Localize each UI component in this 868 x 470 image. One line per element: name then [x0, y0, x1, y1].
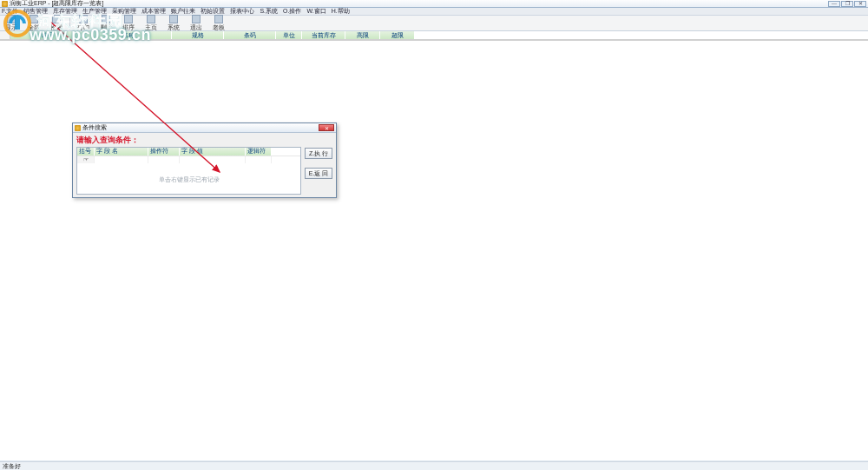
- dialog-close-button[interactable]: ✕: [319, 124, 334, 131]
- sort-icon: [124, 15, 133, 23]
- tool-all[interactable]: 全部: [24, 15, 43, 32]
- search-icon: [52, 15, 61, 23]
- table-row[interactable]: ☞: [77, 156, 300, 163]
- menu-system[interactable]: S.系统: [260, 7, 278, 16]
- tool-search[interactable]: 检索: [47, 15, 66, 32]
- print-icon: [79, 15, 88, 23]
- criteria-table[interactable]: 括号字 段 名操作符字 段 值逻辑符 ☞ 单击右键显示已有记录: [76, 147, 301, 195]
- maximize-button[interactable]: ❐: [841, 1, 853, 7]
- dialog-title: 条件搜索: [82, 123, 107, 132]
- minimize-button[interactable]: —: [828, 1, 840, 7]
- grid-col-1[interactable]: 名称: [85, 31, 172, 39]
- grid-col-4[interactable]: 单位: [276, 31, 302, 39]
- toolbar-separator: [69, 17, 70, 30]
- tool-delete[interactable]: 删除: [96, 15, 115, 32]
- all-icon: [30, 15, 38, 23]
- menu-help[interactable]: H.帮助: [332, 7, 350, 16]
- grid-col-0[interactable]: 编号: [10, 31, 85, 39]
- grid-col-6[interactable]: 高限: [345, 31, 380, 39]
- boss-icon: [214, 15, 223, 23]
- grid-col-7[interactable]: 超限: [380, 31, 415, 39]
- row-handle: [0, 31, 10, 39]
- tool-boss[interactable]: 老板: [209, 15, 228, 32]
- row-indicator: ☞: [77, 156, 95, 163]
- dialog-icon: [75, 125, 81, 131]
- close-button[interactable]: ✕: [854, 1, 866, 7]
- grid-col-3[interactable]: 条码: [224, 31, 276, 39]
- execute-button[interactable]: Z.执 行: [305, 148, 332, 159]
- menu-report[interactable]: 报表中心: [230, 7, 254, 16]
- menu-window[interactable]: W.窗口: [306, 7, 326, 16]
- home-icon: [147, 15, 155, 23]
- dialog-title-bar[interactable]: 条件搜索 ✕: [73, 123, 336, 133]
- toolbar: 显示 全部 检索 打印 删除 排序 主页 系统 退出 老板: [0, 16, 868, 31]
- tool-exit[interactable]: 退出: [187, 15, 206, 32]
- dialog-prompt: 请输入查询条件：: [73, 133, 336, 147]
- system-icon: [169, 15, 178, 23]
- grid-col-2[interactable]: 规格: [172, 31, 224, 39]
- criteria-col-2[interactable]: 操作符: [148, 148, 180, 156]
- show-icon: [7, 15, 16, 23]
- grid-header: 编号名称规格条码单位当前库存高限超限: [0, 31, 868, 40]
- back-button[interactable]: E.返 回: [305, 168, 332, 179]
- app-icon: [2, 1, 8, 7]
- menu-operate[interactable]: O.操作: [283, 7, 301, 16]
- criteria-col-3[interactable]: 字 段 值: [180, 148, 246, 156]
- exit-icon: [192, 15, 201, 23]
- criteria-col-4[interactable]: 逻辑符: [246, 148, 272, 156]
- tool-home[interactable]: 主页: [141, 15, 161, 32]
- status-text: 准备好: [3, 462, 21, 471]
- status-bar: 准备好: [0, 461, 868, 470]
- cell-field[interactable]: [95, 156, 148, 163]
- cell-operator[interactable]: [148, 156, 180, 163]
- tool-system[interactable]: 系统: [164, 15, 183, 32]
- tool-show[interactable]: 显示: [2, 15, 21, 32]
- grid-col-5[interactable]: 当前库存: [302, 31, 345, 39]
- table-hint: 单击右键显示已有记录: [77, 175, 300, 184]
- delete-icon: [102, 15, 110, 23]
- criteria-col-1[interactable]: 字 段 名: [95, 148, 148, 156]
- tool-sort[interactable]: 排序: [119, 15, 138, 32]
- tool-print[interactable]: 打印: [74, 15, 93, 32]
- workspace: 条件搜索 ✕ 请输入查询条件： 括号字 段 名操作符字 段 值逻辑符 ☞ 单击右…: [0, 40, 868, 460]
- cell-value[interactable]: [180, 156, 246, 163]
- cell-logic[interactable]: [246, 156, 272, 163]
- criteria-col-0[interactable]: 括号: [77, 148, 95, 156]
- search-dialog: 条件搜索 ✕ 请输入查询条件： 括号字 段 名操作符字 段 值逻辑符 ☞ 单击右…: [72, 122, 337, 198]
